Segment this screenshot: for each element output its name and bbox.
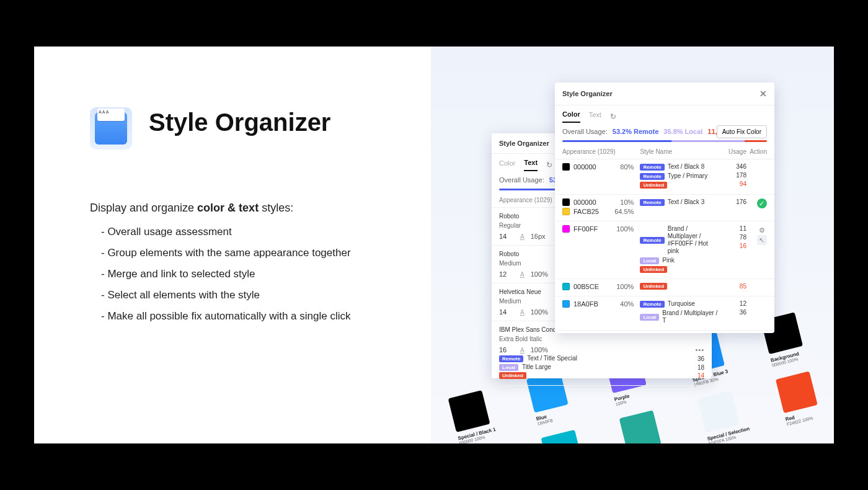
color-row[interactable]: 000000 80%Remote Text / Black 8Remote Ty…: [555, 159, 774, 195]
percentage: 40%: [620, 300, 640, 308]
cursor-icon[interactable]: ↖: [757, 235, 767, 245]
check-icon[interactable]: ✓: [757, 198, 767, 208]
font-size: 16: [499, 346, 514, 354]
style-organizer-panel-color: Style Organizer ✕ Color Text ↻ Overall U…: [555, 82, 774, 333]
style-name: Brand / Multiplayer / #FF00FF / Hot pink: [668, 225, 718, 255]
swatch-cell: Special / Selection EDF5FA 100%: [698, 386, 764, 443]
gear-icon[interactable]: ⚙: [757, 225, 767, 235]
color-row[interactable]: 000000 10% FACB25 64.5%Remote Text / Bla…: [555, 195, 774, 221]
tab-text[interactable]: Text: [524, 159, 538, 171]
panel-title: Style Organizer: [499, 140, 549, 147]
percentage: 10%: [620, 198, 640, 206]
hex-value: 000000: [574, 163, 596, 171]
usage-count: 14: [688, 372, 704, 379]
percentage: 100%: [616, 225, 640, 233]
badge-unlinked: Unlinked: [499, 372, 526, 379]
badge-remote: Remote: [640, 164, 664, 171]
auto-fix-color-button[interactable]: Auto Fix Color: [717, 125, 767, 138]
color-row[interactable]: 00B5CE 100%Unlinked 85: [555, 279, 774, 296]
style-name: Text / Black 8: [668, 163, 704, 171]
color-row[interactable]: 18A0FB 40%Remote TurquoiseLocal Brand / …: [555, 296, 774, 331]
col-appearance: Appearance (1029): [562, 148, 640, 155]
percentage: 64.5%: [614, 208, 640, 215]
line-height: 100%: [531, 346, 548, 354]
page-title: Style Organizer: [149, 109, 330, 136]
line-height: 16px: [531, 233, 546, 240]
bullet-item: Select all elements with the style: [101, 289, 406, 301]
tab-text[interactable]: Text: [589, 111, 601, 122]
swatch-cell: Special / Black 1 000000 100%: [448, 385, 514, 443]
usage-count: 178: [718, 172, 746, 179]
bullet-item: Overall usage assessment: [101, 226, 406, 238]
usage-count: 18: [688, 364, 704, 371]
panel-title: Style Organizer: [562, 90, 613, 97]
badge-remote: Remote: [499, 355, 523, 362]
font-size: 12: [499, 270, 514, 278]
usage-count: 346: [718, 163, 746, 170]
color-swatch: [562, 198, 570, 206]
style-name: Text / Black 3: [668, 198, 704, 206]
style-name: Type / Primary: [668, 172, 707, 180]
hex-value: 18A0FB: [574, 300, 598, 308]
font-size: 14: [499, 233, 514, 240]
swatch-cell: Red F24822 100%: [776, 366, 834, 432]
refresh-icon[interactable]: ↻: [546, 161, 552, 169]
refresh-icon[interactable]: ↻: [610, 112, 616, 121]
bullet-item: Merge and link to selected style: [101, 268, 406, 280]
percentage: 80%: [620, 163, 640, 171]
style-name: Brand / Multiplayer / T: [662, 310, 717, 324]
hex-value: FF00FF: [574, 225, 598, 233]
overall-usage-label: Overall Usage:: [562, 128, 608, 135]
style-name: Turquoise: [668, 300, 695, 308]
badge-local: Local: [640, 257, 659, 264]
color-swatch: [562, 300, 570, 308]
badge-local: Local: [499, 364, 518, 371]
style-name: Pink: [662, 257, 674, 264]
description: Display and organize color & text styles…: [90, 202, 406, 323]
style-name: Title Large: [522, 363, 684, 371]
line-height-icon: A: [520, 347, 525, 354]
color-swatch: [562, 283, 570, 290]
bullet-item: Make all possible fix automatically with…: [101, 310, 406, 323]
color-swatch: [562, 225, 570, 233]
badge-remote: Remote: [640, 173, 664, 180]
app-icon: [90, 107, 132, 149]
line-height: 100%: [531, 308, 548, 316]
usage-count: 12: [718, 300, 746, 307]
badge-local: Local: [640, 314, 659, 321]
usage-count: 94: [718, 180, 746, 187]
color-swatch: [562, 163, 570, 171]
color-row[interactable]: FF00FF 100%Remote Brand / Multiplayer / …: [555, 221, 774, 279]
hex-value: FACB25: [574, 208, 599, 215]
intro-suffix: styles:: [259, 202, 293, 214]
more-icon[interactable]: •••: [695, 346, 704, 354]
swatch-cell: layer / T 00B5CE 100%: [541, 424, 608, 443]
font-weight: Extra Bold Italic: [499, 336, 704, 342]
hex-value: 00B5CE: [574, 283, 599, 290]
tab-color[interactable]: Color: [562, 110, 580, 123]
percentage: 100%: [616, 283, 640, 290]
intro-prefix: Display and organize: [90, 202, 197, 214]
usage-count: 85: [718, 283, 746, 290]
col-action: Action: [746, 148, 767, 155]
overall-remote: 53.2% Remote: [613, 128, 659, 135]
usage-count: 36: [718, 309, 746, 316]
usage-count: 36: [688, 355, 704, 362]
font-size: 14: [499, 308, 514, 316]
swatch-cell: Secondary/Shipping #26AA99 26AA99 100%: [619, 405, 686, 443]
hex-value: 000000: [574, 198, 596, 206]
line-height-icon: A: [520, 271, 525, 278]
line-height-icon: A: [520, 233, 525, 240]
badge-remote: Remote: [640, 237, 664, 244]
intro-bold: color & text: [197, 202, 259, 214]
badge-remote: Remote: [640, 301, 664, 308]
usage-count: 16: [718, 243, 746, 249]
bullet-item: Group elements with the same appearance …: [101, 247, 406, 259]
badge-unlinked: Unlinked: [640, 182, 667, 189]
col-stylename: Style Name: [640, 148, 717, 155]
usage-count: 11: [718, 225, 746, 232]
close-icon[interactable]: ✕: [760, 89, 767, 99]
overall-usage-label: Overall Usage:: [499, 176, 544, 184]
line-height-icon: A: [520, 309, 525, 316]
tab-color[interactable]: Color: [499, 159, 515, 171]
